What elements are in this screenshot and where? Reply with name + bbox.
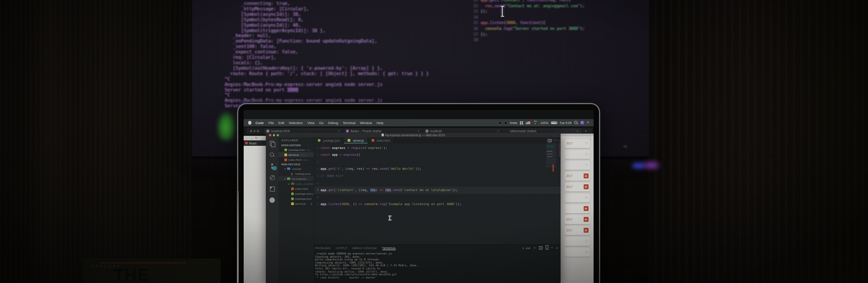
kill-terminal-icon[interactable] <box>546 246 548 249</box>
tree-row[interactable]: {}settings.json <box>278 171 314 176</box>
star-icon[interactable]: ☆ <box>585 249 588 254</box>
star-icon[interactable]: ☆ <box>585 141 588 146</box>
music-tab-title: Music <box>249 142 257 145</box>
panel-tab[interactable]: DEBUG CONSOLE <box>352 247 377 249</box>
extensions-icon[interactable] <box>269 186 275 192</box>
star-card[interactable]: 2017★ <box>565 215 590 224</box>
siri-icon[interactable] <box>580 121 584 125</box>
spaces-icon[interactable] <box>520 121 523 125</box>
shell-selector[interactable]: 1: zsh <box>523 247 531 249</box>
tree-row[interactable]: server.js1 <box>278 201 314 206</box>
tree-row[interactable]: package-lock.j... <box>278 191 314 196</box>
menubar-menus: CodeFileEditSelectionViewGoDebugTerminal… <box>255 121 388 125</box>
star-icon[interactable]: ★ <box>584 217 589 222</box>
minimize-button[interactable] <box>273 134 275 136</box>
star-card[interactable]: 2017★ <box>565 172 590 181</box>
zoom-button[interactable] <box>277 134 279 136</box>
star-card[interactable]: ☆ <box>565 193 590 202</box>
tree-row[interactable]: ▾.vscode <box>278 166 314 171</box>
open-editor-row[interactable]: server.jsmy-e... <box>278 152 314 157</box>
wifi-icon[interactable] <box>533 121 538 125</box>
menu-item[interactable]: Selection <box>289 121 303 125</box>
menu-item[interactable]: Debug <box>328 121 338 125</box>
source-control-icon[interactable] <box>269 163 275 169</box>
tab-close-icon[interactable]: × <box>497 130 499 133</box>
chrome-traffic-lights[interactable] <box>250 130 259 132</box>
star-card[interactable]: ★ <box>565 204 590 213</box>
star-icon[interactable]: ★ <box>584 184 589 189</box>
menu-item[interactable]: Terminal <box>343 121 355 125</box>
forward-icon[interactable]: → <box>250 137 253 140</box>
star-card[interactable]: ☆ <box>565 237 590 246</box>
music-tab[interactable]: Music <box>244 140 266 146</box>
star-icon[interactable]: ★ <box>584 206 589 211</box>
menu-item[interactable]: Help <box>377 121 383 125</box>
battery-icon[interactable] <box>551 121 557 124</box>
spotlight-search-icon[interactable] <box>574 121 578 125</box>
new-tab-button[interactable]: + <box>585 129 587 133</box>
editor-tab[interactable]: index.html <box>368 137 394 144</box>
bandwidth-meter[interactable]: 0mbs <box>510 121 518 125</box>
star-icon[interactable]: ★ <box>584 173 589 178</box>
workspace-header[interactable]: WEB-DEV-2019 <box>278 162 314 166</box>
maximize-panel-icon[interactable]: ^ <box>552 246 553 249</box>
menu-item[interactable]: Window <box>360 121 372 125</box>
open-editor-row[interactable]: package.jsonmy-... <box>278 147 314 152</box>
vscode-titlebar[interactable]: my-express-server/server.js — Web-dev-20… <box>266 133 561 137</box>
reload-icon[interactable]: ↻ <box>255 136 258 140</box>
tab-close-icon[interactable]: × <box>338 130 340 133</box>
minimap[interactable] <box>546 139 556 168</box>
split-terminal-icon[interactable] <box>539 246 542 249</box>
star-card[interactable]: 2017☆ <box>565 139 590 148</box>
close-button[interactable] <box>269 134 271 136</box>
star-card[interactable]: 2017★ <box>565 182 590 192</box>
close-panel-icon[interactable]: × <box>556 246 558 249</box>
chrome-close-button[interactable] <box>250 130 252 132</box>
open-editors-header[interactable]: OPEN EDITORS <box>278 143 314 147</box>
menu-item[interactable]: Code <box>255 121 264 125</box>
star-icon[interactable]: ☆ <box>585 152 588 157</box>
panel-tab[interactable]: PROBLEMS <box>315 247 331 249</box>
back-icon[interactable]: ← <box>245 137 248 140</box>
tree-row[interactable]: ▸node_modules <box>278 181 314 186</box>
menu-item[interactable]: File <box>269 121 274 125</box>
menubar-clock[interactable]: Tue 9:09 <box>560 121 572 125</box>
status-app-icon[interactable] <box>504 121 507 125</box>
tab-close-icon[interactable]: × <box>576 130 578 133</box>
star-icon[interactable]: ☆ <box>585 195 588 200</box>
tree-row[interactable]: index.html <box>278 186 314 191</box>
star-card[interactable]: ☆ <box>565 248 590 257</box>
panel-tab[interactable]: OUTPUT <box>336 247 348 249</box>
star-icon[interactable]: ☆ <box>585 239 588 244</box>
star-card[interactable]: 2017★ <box>565 226 590 235</box>
notification-center-icon[interactable]: ≡ <box>587 121 589 125</box>
terminal-output[interactable]: create mode 100644 my-express-server/ser… <box>315 252 560 283</box>
apple-icon[interactable] <box>248 121 251 125</box>
status-app-icon[interactable] <box>498 121 501 125</box>
menu-item[interactable]: Go <box>319 121 324 125</box>
github-icon[interactable] <box>269 197 275 203</box>
star-icon[interactable]: ★ <box>584 228 589 233</box>
us-flag-icon[interactable] <box>526 121 530 124</box>
star-card[interactable]: ☆ <box>565 161 590 170</box>
star-card[interactable]: ☆ <box>565 150 590 159</box>
panel-tab[interactable]: TERMINAL <box>382 247 396 249</box>
editor-scrollbar[interactable] <box>559 139 560 157</box>
debug-icon[interactable] <box>269 175 275 180</box>
code-editor[interactable]: 1const express = require('express');2con… <box>314 144 561 245</box>
new-terminal-icon[interactable]: + <box>533 246 535 249</box>
editor-tab[interactable]: package.json <box>314 137 344 144</box>
star-icon[interactable]: ☆ <box>585 163 588 168</box>
green-glow <box>217 111 236 140</box>
explorer-icon[interactable] <box>269 141 275 146</box>
tab-close-icon[interactable]: × <box>417 130 419 133</box>
tree-row[interactable]: package.json <box>278 196 314 201</box>
open-editor-row[interactable]: index.htmlmy-e... <box>278 157 314 162</box>
tree-row[interactable]: ▾my-express... <box>278 176 314 181</box>
chrome-minimize-button[interactable] <box>254 130 256 132</box>
chrome-zoom-button[interactable] <box>257 130 259 132</box>
editor-tab[interactable]: server.js <box>344 137 368 144</box>
menu-item[interactable]: Edit <box>278 121 284 125</box>
search-icon[interactable] <box>269 152 275 158</box>
menu-item[interactable]: View <box>307 121 315 125</box>
